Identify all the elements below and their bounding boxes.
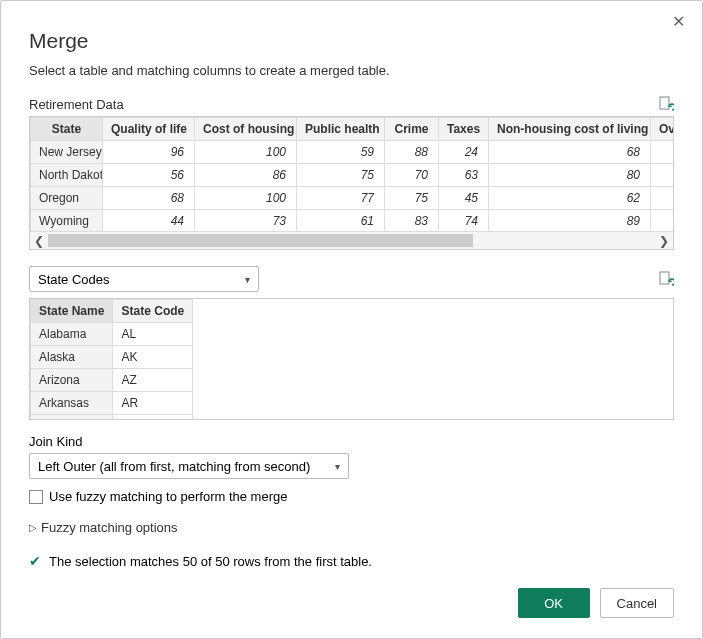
ok-button[interactable]: OK [518,588,590,618]
refresh-second-table-icon[interactable] [658,271,674,287]
col-health[interactable]: Public health [297,118,385,141]
check-icon: ✔ [29,553,41,569]
join-kind-label: Join Kind [29,434,674,449]
col-state[interactable]: State [31,118,103,141]
triangle-right-icon: ▷ [29,522,37,533]
svg-rect-1 [660,272,669,284]
join-kind-select[interactable]: Left Outer (all from first, matching fro… [29,453,349,479]
second-table[interactable]: State Name State Code AlabamaAL AlaskaAK… [29,298,674,420]
col-quality[interactable]: Quality of life [103,118,195,141]
table-row[interactable]: Wyoming 44 73 61 83 74 89 [31,210,675,233]
dialog-title: Merge [29,29,674,53]
fuzzy-checkbox-label: Use fuzzy matching to perform the merge [49,489,287,504]
col-state-code[interactable]: State Code [113,300,193,323]
refresh-first-table-icon[interactable] [658,96,674,112]
table-header-row[interactable]: State Quality of life Cost of housing Pu… [31,118,675,141]
fuzzy-checkbox[interactable] [29,490,43,504]
cancel-button[interactable]: Cancel [600,588,674,618]
col-overall[interactable]: Ov [651,118,675,141]
first-table-label: Retirement Data [29,97,124,112]
status-text: The selection matches 50 of 50 rows from… [49,554,372,569]
chevron-down-icon: ▾ [335,461,340,472]
col-housing[interactable]: Cost of housing [195,118,297,141]
table-row[interactable]: CaliforniaCA [31,415,193,421]
col-state-name[interactable]: State Name [31,300,113,323]
scroll-left-icon[interactable]: ❮ [30,232,48,249]
table-row[interactable]: AlaskaAK [31,346,193,369]
table-row[interactable]: AlabamaAL [31,323,193,346]
second-table-select[interactable]: State Codes ▾ [29,266,259,292]
table-header-row[interactable]: State Name State Code [31,300,193,323]
table-row[interactable]: Oregon 68 100 77 75 45 62 [31,187,675,210]
first-table[interactable]: State Quality of life Cost of housing Pu… [29,116,674,250]
close-icon[interactable]: ✕ [668,11,688,31]
col-crime[interactable]: Crime [385,118,439,141]
dialog-subtitle: Select a table and matching columns to c… [29,63,674,78]
table-row[interactable]: North Dakota 56 86 75 70 63 80 [31,164,675,187]
col-taxes[interactable]: Taxes [439,118,489,141]
scroll-thumb[interactable] [48,234,473,247]
scroll-track[interactable] [48,232,655,249]
col-nonhousing[interactable]: Non-housing cost of living [489,118,651,141]
svg-rect-0 [660,97,669,109]
fuzzy-options-expander[interactable]: ▷ Fuzzy matching options [29,520,674,535]
merge-dialog: ✕ Merge Select a table and matching colu… [0,0,703,639]
table-row[interactable]: ArkansasAR [31,392,193,415]
fuzzy-options-label: Fuzzy matching options [41,520,178,535]
horizontal-scrollbar[interactable]: ❮ ❯ [30,231,673,249]
table-row[interactable]: ArizonaAZ [31,369,193,392]
second-table-select-value: State Codes [38,272,110,287]
scroll-right-icon[interactable]: ❯ [655,232,673,249]
join-kind-value: Left Outer (all from first, matching fro… [38,459,310,474]
chevron-down-icon: ▾ [245,274,250,285]
table-row[interactable]: New Jersey 96 100 59 88 24 68 [31,141,675,164]
